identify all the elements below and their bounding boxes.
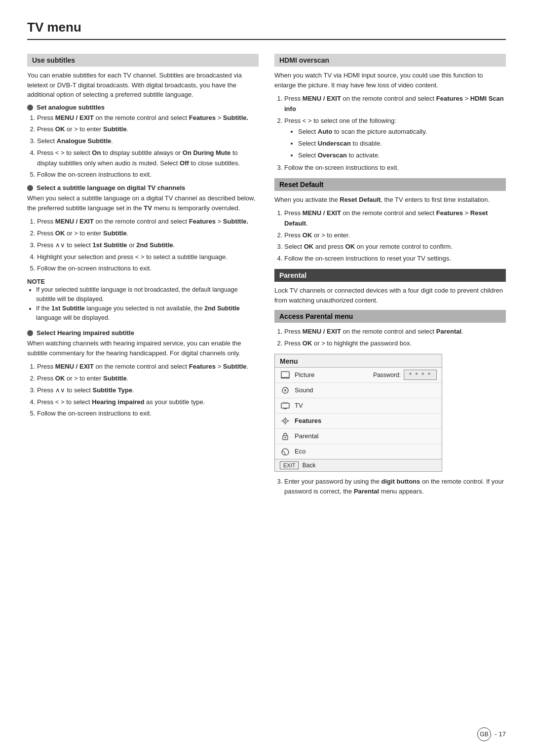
step-item: Follow the on-screen instructions to exi… [37,264,259,274]
hearing-impaired-intro: When watching channels with hearing impa… [27,339,259,358]
step-item: Press MENU / EXIT on the remote control … [37,362,259,372]
select-subtitle-language-label: Select a subtitle language on digital TV… [37,184,185,191]
reset-default-header: Reset Default [274,178,506,191]
hdmi-steps: Press MENU / EXIT on the remote control … [284,94,506,173]
svg-point-15 [285,437,286,438]
parental-header: Parental [274,269,506,282]
sound-icon [280,385,291,396]
back-label: Back [303,462,316,469]
eco-label: Eco [295,448,305,455]
menu-items: Picture Password: * * * * [275,368,442,459]
step-item: Press MENU / EXIT on the remote control … [37,113,259,123]
hearing-impaired-label: Select Hearing impaired subtitle [37,329,134,337]
step-item: Select Analogue Subtitle. [37,136,259,147]
parental-icon [280,431,291,442]
step-item: Highlight your selection and press < > t… [37,252,259,263]
step-item: Press < > to select On to display subtit… [37,148,259,169]
note-block: NOTE If your selected subtitle language … [27,278,259,322]
parental-steps: Press MENU / EXIT on the remote control … [284,327,506,349]
bullet-icon [27,105,33,111]
menu-box-title: Menu [275,354,442,368]
set-analogue-subtitles-label: Set analogue subtitles [37,104,105,111]
features-label: Features [295,417,321,424]
step-item: Press MENU / EXIT on the remote control … [284,94,506,114]
note-list: If your selected subtitle language is no… [36,285,259,322]
password-row: Password: * * * * [373,370,437,380]
menu-item-sound: Sound [275,383,442,398]
step-item: Follow the on-screen instructions to exi… [37,409,259,419]
bullet-item: Select Underscan to disable. [298,139,506,149]
page-title: TV menu [27,20,506,40]
step-item: Press < > to select one of the following… [284,116,506,161]
step-item: Press MENU / EXIT on the remote control … [284,327,506,337]
parental-intro: Lock TV channels or connected devices wi… [274,286,506,305]
subtitle-language-steps: Press MENU / EXIT on the remote control … [37,217,259,274]
bullet-icon [27,185,33,191]
subtitle-language-intro: When you select a subtitle language on a… [27,193,259,213]
note-item: If the 1st Subtitle language you selecte… [36,304,259,323]
password-label: Password: [373,372,401,378]
reset-default-steps: Press MENU / EXIT on the remote control … [284,208,506,264]
menu-item-parental: Parental [275,429,442,444]
reset-default-intro: When you activate the Reset Default, the… [274,195,506,205]
step-item: Press OK or > to enter Subtitle. [37,228,259,239]
step-item: Press OK or > to enter. [284,230,506,241]
menu-item-tv: TV [275,398,442,414]
bullet-item: Select Overscan to activate. [298,151,506,161]
step-item: Press OK or > to enter Subtitle. [37,374,259,384]
use-subtitles-header: Use subtitles [27,54,259,67]
exit-button-label: EXIT [280,461,299,469]
note-item: If your selected subtitle language is no… [36,285,259,304]
hdmi-overscan-header: HDMI overscan [274,54,506,67]
step-item: Follow the on-screen instructions to exi… [37,170,259,180]
parental-step3: Enter your password by using the digit b… [284,477,506,497]
svg-rect-1 [281,378,290,378]
eco-icon [280,446,291,457]
bullet-item: Select Auto to scan the picture automati… [298,127,506,137]
page-number: GB - 17 [477,727,506,741]
menu-item-eco: Eco [275,444,442,459]
right-column: HDMI overscan When you watch TV via HDMI… [274,49,506,500]
menu-box: Menu Picture Password: * * * * [274,354,442,472]
tv-label: TV [295,402,303,409]
step-item: Press ∧∨ to select 1st Subtitle or 2nd S… [37,240,259,251]
svg-rect-4 [281,403,289,408]
page-num-text: - 17 [495,730,506,738]
step-item: Press OK or > to highlight the password … [284,339,506,349]
step-item: Press < > to select Hearing impaired as … [37,397,259,408]
step-item: Enter your password by using the digit b… [284,477,506,497]
menu-item-features: Features [275,414,442,429]
step-item: Follow the on-screen instructions to res… [284,254,506,264]
left-column: Use subtitles You can enable subtitles f… [27,49,259,500]
menu-footer: EXIT Back [275,459,442,471]
parental-label: Parental [295,432,318,440]
svg-rect-5 [284,408,287,409]
picture-label: Picture [295,371,314,378]
svg-point-3 [284,389,286,391]
step-item: Follow the on-screen instructions to exi… [284,163,506,173]
step-item: Press MENU / EXIT on the remote control … [284,208,506,229]
step-item: Select OK and press OK on your remote co… [284,242,506,252]
tv-icon [280,400,291,411]
gb-badge: GB [477,727,491,741]
note-title: NOTE [27,278,259,285]
hearing-impaired-bullet: Select Hearing impaired subtitle [27,329,259,337]
step-item: Press OK or > to enter Subtitle. [37,124,259,135]
analogue-subtitles-steps: Press MENU / EXIT on the remote control … [37,113,259,181]
step-item: Press MENU / EXIT on the remote control … [37,217,259,227]
select-subtitle-language-bullet: Select a subtitle language on digital TV… [27,184,259,191]
sound-label: Sound [295,386,313,394]
step-item: Press ∧∨ to select Subtitle Type. [37,385,259,396]
hdmi-intro: When you watch TV via HDMI input source,… [274,71,506,90]
hearing-impaired-steps: Press MENU / EXIT on the remote control … [37,362,259,419]
bullet-icon [27,330,33,336]
access-parental-menu-header: Access Parental menu [274,310,506,323]
password-box: * * * * [404,370,437,380]
set-analogue-subtitles-bullet: Set analogue subtitles [27,104,259,111]
menu-item-picture: Picture Password: * * * * [275,368,442,383]
picture-icon [280,370,291,380]
subtitles-intro: You can enable subtitles for each TV cha… [27,71,259,100]
features-icon [280,416,291,426]
svg-rect-0 [281,372,289,378]
svg-point-9 [285,420,286,421]
